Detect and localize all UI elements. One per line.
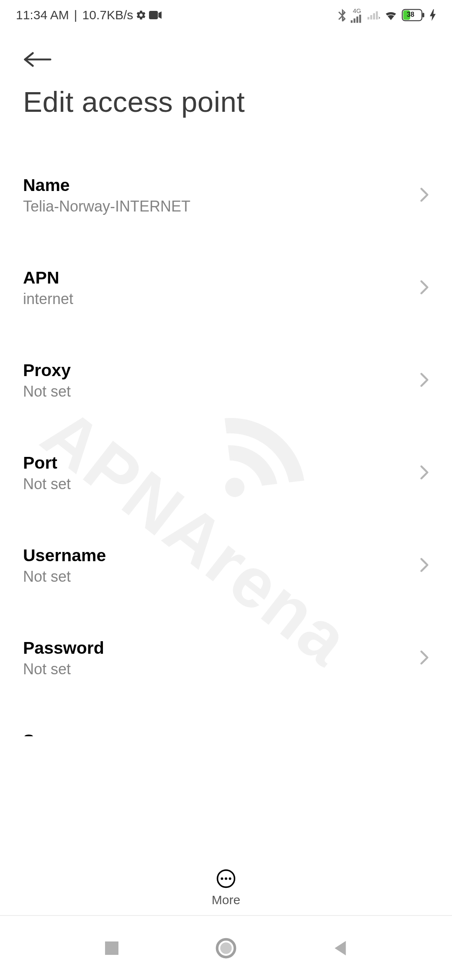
svg-rect-8 [376, 11, 378, 20]
setting-label: Port [23, 453, 71, 473]
svg-rect-1 [351, 20, 353, 23]
setting-text: Password Not set [23, 638, 104, 678]
more-button[interactable]: More [212, 869, 240, 907]
video-camera-icon [149, 10, 162, 20]
svg-point-20 [220, 942, 232, 954]
chevron-right-icon [420, 187, 429, 204]
setting-row-server[interactable]: Server Not set [23, 716, 429, 736]
app-bar [0, 25, 452, 70]
status-left-cluster: 11:34 AM | 10.7KB/s [16, 8, 162, 22]
triangle-left-icon [332, 940, 348, 957]
circle-icon [216, 938, 236, 959]
setting-value: Not set [23, 383, 71, 400]
status-data-rate: 10.7KB/s [82, 8, 134, 22]
setting-label: Proxy [23, 361, 71, 380]
svg-rect-0 [149, 11, 158, 19]
bottom-action-bar: More [0, 861, 452, 915]
svg-point-17 [229, 877, 231, 880]
status-separator: | [74, 8, 77, 22]
svg-point-16 [225, 877, 227, 880]
gear-icon [136, 10, 146, 21]
setting-row-proxy[interactable]: Proxy Not set [23, 346, 429, 416]
setting-value: internet [23, 290, 73, 308]
back-button[interactable] [23, 51, 52, 68]
svg-point-15 [221, 877, 223, 880]
setting-label: APN [23, 268, 73, 288]
nav-recents-button[interactable] [95, 931, 128, 965]
chevron-right-icon [420, 557, 429, 574]
svg-rect-2 [354, 18, 356, 23]
setting-value: Telia-Norway-INTERNET [23, 198, 190, 215]
setting-label: Name [23, 175, 190, 195]
setting-row-username[interactable]: Username Not set [23, 531, 429, 601]
setting-text: APN internet [23, 268, 73, 308]
svg-text:×: × [378, 15, 380, 20]
status-right-cluster: 4G × 38 [337, 8, 436, 23]
setting-row-name[interactable]: Name Telia-Norway-INTERNET [23, 160, 429, 231]
status-time: 11:34 AM [16, 8, 69, 22]
svg-rect-5 [367, 17, 370, 20]
charging-bolt-icon [429, 9, 436, 21]
nav-home-button[interactable] [209, 931, 243, 965]
setting-label: Username [23, 546, 106, 565]
svg-rect-4 [359, 15, 361, 23]
setting-text: Port Not set [23, 453, 71, 493]
setting-label: Server [23, 731, 77, 736]
svg-rect-6 [370, 15, 372, 20]
wifi-icon [384, 10, 398, 21]
svg-rect-7 [373, 13, 375, 20]
more-circle-icon [216, 869, 236, 889]
settings-list: Name Telia-Norway-INTERNET APN internet … [0, 119, 452, 736]
square-icon [103, 940, 120, 957]
svg-rect-18 [105, 941, 118, 955]
arrow-left-icon [23, 51, 52, 68]
chevron-right-icon [420, 372, 429, 389]
chevron-right-icon [420, 465, 429, 482]
svg-rect-12 [422, 13, 424, 17]
setting-row-password[interactable]: Password Not set [23, 623, 429, 694]
setting-row-port[interactable]: Port Not set [23, 438, 429, 509]
svg-rect-3 [357, 16, 359, 23]
chevron-right-icon [420, 280, 429, 297]
signal-2-icon: × [367, 10, 380, 20]
setting-label: Password [23, 638, 104, 658]
status-bar: 11:34 AM | 10.7KB/s 4G × 38 [0, 0, 452, 25]
setting-value: Not set [23, 475, 71, 493]
system-nav-bar [0, 915, 452, 980]
setting-text: Proxy Not set [23, 361, 71, 400]
page-title: Edit access point [0, 70, 452, 119]
setting-value: Not set [23, 568, 106, 585]
nav-back-button[interactable] [324, 931, 357, 965]
setting-text: Username Not set [23, 546, 106, 585]
chevron-right-icon [420, 650, 429, 667]
settings-list-viewport[interactable]: Name Telia-Norway-INTERNET APN internet … [0, 119, 452, 736]
setting-text: Server Not set [23, 731, 77, 736]
more-label: More [212, 893, 240, 907]
setting-text: Name Telia-Norway-INTERNET [23, 175, 190, 215]
setting-row-apn[interactable]: APN internet [23, 253, 429, 324]
signal-1-icon: 4G [351, 8, 363, 23]
bluetooth-icon [337, 9, 347, 21]
setting-value: Not set [23, 660, 104, 678]
battery-icon: 38 [402, 9, 425, 21]
